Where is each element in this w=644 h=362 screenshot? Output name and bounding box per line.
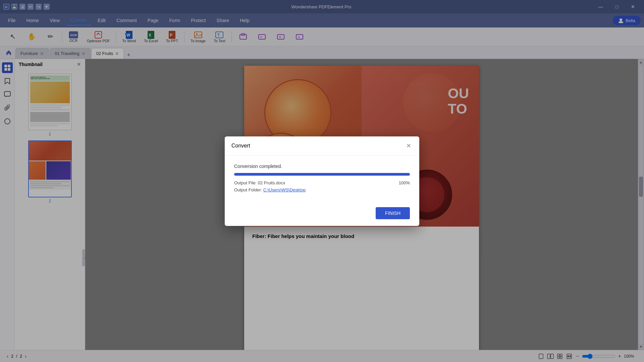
- output-folder-label: Output Folder:: [234, 187, 263, 192]
- modal-title: Convert: [231, 143, 250, 149]
- output-file-info: Output File: 02 Fruits.docx 100%: [234, 180, 410, 185]
- conversion-status: Conversion completed.: [234, 164, 410, 169]
- finish-btn[interactable]: FINISH: [376, 207, 410, 219]
- convert-modal: Convert ✕ Conversion completed. Output F…: [225, 136, 419, 226]
- output-percent: 100%: [399, 180, 410, 185]
- modal-close-btn[interactable]: ✕: [405, 142, 413, 150]
- modal-header: Convert ✕: [225, 136, 419, 156]
- output-file-text: Output File: 02 Fruits.docx: [234, 180, 285, 185]
- progress-bar-outer: [234, 173, 410, 176]
- modal-body: Conversion completed. Output File: 02 Fr…: [225, 156, 419, 207]
- output-folder-link[interactable]: C:\Users\WS\Desktop: [263, 187, 306, 192]
- progress-bar-inner: [234, 173, 410, 176]
- output-folder-info: Output Folder: C:\Users\WS\Desktop: [234, 187, 410, 192]
- modal-footer: FINISH: [225, 207, 419, 226]
- modal-overlay: Convert ✕ Conversion completed. Output F…: [0, 0, 644, 362]
